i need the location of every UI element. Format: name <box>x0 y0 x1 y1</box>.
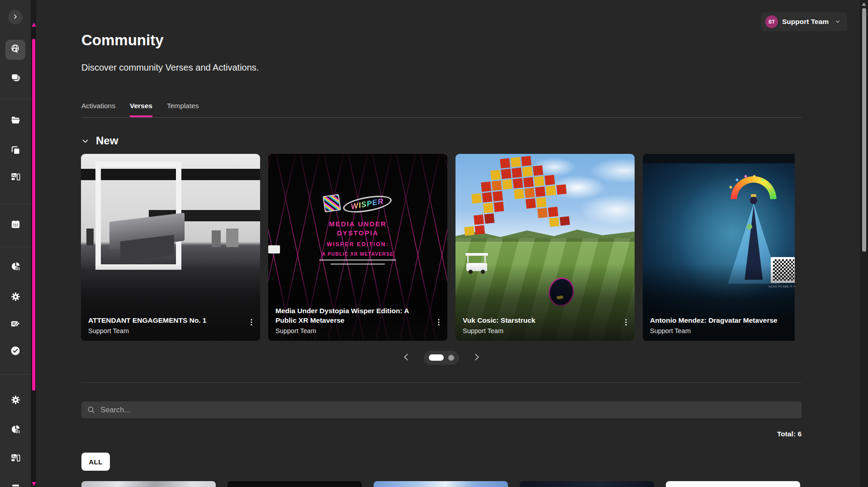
verse-card-vuk-cosic-starstruck[interactable]: Vuk Cosic: Starstruck Support Team <box>455 154 635 341</box>
verse-thumbnail[interactable] <box>228 481 362 487</box>
scroll-up-icon[interactable] <box>862 2 866 6</box>
page-scrollbar-track[interactable] <box>860 0 868 487</box>
card-menu-button[interactable] <box>244 316 256 329</box>
sidebar-divider <box>0 99 31 99</box>
art-text: WISPER EDITION: <box>283 241 433 248</box>
sidebar-item-list[interactable] <box>5 478 25 487</box>
chevron-down-icon <box>81 137 89 145</box>
art-text: MEDIA UNDER <box>283 220 433 229</box>
sidebar-item-settings[interactable] <box>5 287 25 307</box>
user-menu-button[interactable]: ST Support Team <box>761 12 847 31</box>
sidebar-item-copies[interactable] <box>5 141 25 161</box>
art-text: A PUBLIC XR METAVERSE <box>283 251 433 257</box>
card-author: Support Team <box>275 327 410 334</box>
carousel-next-button[interactable] <box>471 352 483 363</box>
folder-open-icon <box>10 115 21 127</box>
media-device-icon <box>10 453 21 465</box>
section-header-new[interactable]: New <box>81 134 118 147</box>
filter-all-button[interactable]: ALL <box>81 453 110 471</box>
card-author: Support Team <box>88 327 207 334</box>
sidebar-item-media[interactable] <box>5 167 25 187</box>
media-device-icon <box>10 172 21 184</box>
search-icon <box>87 406 95 414</box>
section-title: New <box>96 134 118 147</box>
scroll-down-icon[interactable] <box>32 482 36 486</box>
card-overlay: Vuk Cosic: Starstruck Support Team <box>455 264 635 341</box>
pie-chart-icon <box>10 424 21 436</box>
sidebar <box>0 0 31 487</box>
tab-templates[interactable]: Templates <box>167 101 199 117</box>
sidebar-item-files[interactable] <box>5 111 25 131</box>
pie-chart-icon <box>10 261 21 273</box>
calendar-icon <box>10 219 21 231</box>
sidebar-item-approvals[interactable] <box>5 342 25 362</box>
sidebar-scrollbar-track[interactable] <box>31 0 36 487</box>
card-title: Vuk Cosic: Starstruck <box>463 315 536 325</box>
card-title: Media Under Dystopia Wisper Edition: A P… <box>275 306 410 325</box>
carousel-dot-active[interactable] <box>429 354 444 361</box>
tab-activations[interactable]: Activations <box>81 101 115 117</box>
card-overlay: ATTENDANT ENGAGEMENTS No. 1 Support Team <box>81 264 260 341</box>
tab-verses[interactable]: Verses <box>130 101 152 117</box>
gear-icon <box>10 291 21 304</box>
card-menu-button[interactable] <box>618 316 631 329</box>
app-window: ST Support Team Community Discover commu… <box>0 0 868 487</box>
chevron-left-icon <box>401 352 411 363</box>
sidebar-item-collections[interactable] <box>5 68 25 88</box>
check-circle-icon <box>10 345 21 358</box>
sidebar-divider <box>0 204 31 204</box>
sidebar-item-calendar[interactable] <box>5 215 25 235</box>
card-menu-button[interactable] <box>431 316 444 329</box>
sidebar-divider <box>0 247 31 247</box>
verse-thumbnail[interactable] <box>520 481 654 487</box>
kebab-icon <box>434 322 444 329</box>
verse-thumbnail[interactable] <box>374 481 508 487</box>
sidebar-item-card-editor[interactable] <box>5 315 25 334</box>
user-name: Support Team <box>782 18 829 26</box>
tab-bar: Activations Verses Templates <box>81 101 199 117</box>
scroll-up-icon[interactable] <box>32 23 36 27</box>
sidebar-item-discover[interactable] <box>5 40 25 60</box>
card-author: Support Team <box>650 327 778 334</box>
kebab-icon <box>621 322 631 329</box>
verse-thumbnail[interactable] <box>666 481 800 487</box>
chevron-right-icon <box>472 352 482 363</box>
verse-card-carousel: ATTENDANT ENGAGEMENTS No. 1 Support Team… <box>81 154 795 341</box>
verse-card-attendant-engagements[interactable]: ATTENDANT ENGAGEMENTS No. 1 Support Team <box>81 154 260 341</box>
carousel-page-dots <box>424 351 459 365</box>
art-text: DYSTOPIA <box>283 229 433 238</box>
page-title: Community <box>81 32 164 49</box>
verse-card-media-under-dystopia[interactable]: WISPER MEDIA UNDER DYSTOPIA WISPER EDITI… <box>268 154 447 341</box>
card-title: Antonio Mendez: Dragvatar Metaverse <box>650 315 778 325</box>
sidebar-item-analytics[interactable] <box>5 257 25 277</box>
list-icon <box>10 482 21 487</box>
verse-card-antonio-mendez-dragvatar[interactable]: SCAN TO SEE IT IN A Antonio Mendez: Drag… <box>643 154 795 341</box>
sidebar-expand-button[interactable] <box>8 10 23 24</box>
page-scrollbar-thumb[interactable] <box>862 8 866 252</box>
layers-icon <box>10 72 21 85</box>
sidebar-item-settings-secondary[interactable] <box>5 391 25 411</box>
page-subtitle: Discover community Verses and Activation… <box>81 62 259 73</box>
card-edit-icon <box>10 319 21 331</box>
search-input[interactable] <box>100 405 796 415</box>
carousel-prev-button[interactable] <box>400 352 412 363</box>
copy-icon <box>10 145 21 157</box>
sidebar-divider <box>0 374 31 375</box>
sidebar-item-analytics-secondary[interactable] <box>5 420 25 440</box>
card-author: Support Team <box>463 327 536 334</box>
total-count: Total: 6 <box>81 430 802 438</box>
sidebar-item-media-secondary[interactable] <box>5 449 25 468</box>
verse-thumbnail[interactable] <box>81 481 216 487</box>
chevron-down-icon <box>835 19 841 25</box>
verse-results-row <box>81 481 802 487</box>
card-title: ATTENDANT ENGAGEMENTS No. 1 <box>88 315 207 325</box>
carousel-dot[interactable] <box>448 355 454 361</box>
search-bar[interactable] <box>81 401 802 418</box>
sidebar-scrollbar-thumb[interactable] <box>32 39 35 391</box>
gear-icon <box>10 395 21 407</box>
card-overlay: Antonio Mendez: Dragvatar Metaverse Supp… <box>643 264 795 341</box>
card-overlay: Media Under Dystopia Wisper Edition: A P… <box>268 264 447 341</box>
tabs-divider <box>81 117 802 118</box>
wisper-logo: WISPER <box>342 193 393 215</box>
holo-qr-code <box>323 194 341 213</box>
